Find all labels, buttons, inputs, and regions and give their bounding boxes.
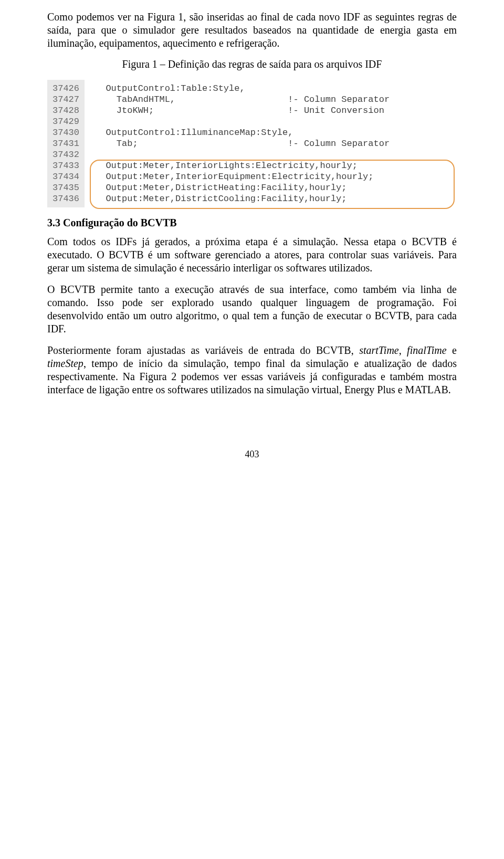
section-heading-3-3: 3.3 Configuração do BCVTB xyxy=(47,217,457,229)
code-line: Output:Meter,DistrictHeating:Facility,ho… xyxy=(95,182,457,193)
text-run: , tempo de início da simulação, tempo fi… xyxy=(47,358,457,395)
paragraph-intro: Como podemos ver na Figura 1, são inseri… xyxy=(47,11,457,50)
line-number-gutter: 37426 37427 37428 37429 37430 37431 3743… xyxy=(47,80,85,207)
paragraph-bcvtb-3: Posteriormente foram ajustadas as variáv… xyxy=(47,344,457,396)
code-line xyxy=(95,116,457,127)
page-number: 403 xyxy=(47,449,457,460)
code-line xyxy=(95,149,457,160)
line-number: 37435 xyxy=(52,182,79,193)
code-line: Tab; !- Column Separator xyxy=(95,138,457,149)
code-line: Output:Meter,InteriorEquipment:Electrici… xyxy=(95,171,457,182)
code-line: JtoKWH; !- Unit Conversion xyxy=(95,105,457,116)
paragraph-bcvtb-1: Com todos os IDFs já gerados, a próxima … xyxy=(47,235,457,275)
line-number: 37433 xyxy=(52,160,79,171)
text-run-italic: timeStep xyxy=(47,358,83,369)
line-number: 37429 xyxy=(52,116,79,127)
line-number: 37427 xyxy=(52,94,79,105)
page-content: Como podemos ver na Figura 1, são inseri… xyxy=(0,0,504,481)
figure-1-caption: Figura 1 – Definição das regras de saída… xyxy=(47,58,457,70)
line-number: 37428 xyxy=(52,105,79,116)
code-line: OutputControl:IlluminanceMap:Style, xyxy=(95,127,457,138)
text-run: e xyxy=(447,344,457,356)
code-line: Output:Meter,DistrictCooling:Facility,ho… xyxy=(95,193,457,204)
text-run: Posteriormente foram ajustadas as variáv… xyxy=(47,344,359,356)
line-number: 37434 xyxy=(52,171,79,182)
code-line: OutputControl:Table:Style, xyxy=(95,83,457,94)
code-line: Output:Meter,InteriorLights:Electricity,… xyxy=(95,160,457,171)
figure-1-code-block: 37426 37427 37428 37429 37430 37431 3743… xyxy=(47,80,457,207)
line-number: 37426 xyxy=(52,83,79,94)
line-number: 37436 xyxy=(52,193,79,204)
code-body: OutputControl:Table:Style, TabAndHTML, !… xyxy=(85,80,457,207)
paragraph-bcvtb-2: O BCVTB permite tanto a execução através… xyxy=(47,283,457,336)
line-number: 37432 xyxy=(52,149,79,160)
line-number: 37430 xyxy=(52,127,79,138)
text-run-italic: startTime, finalTime xyxy=(359,344,447,356)
code-line: TabAndHTML, !- Column Separator xyxy=(95,94,457,105)
line-number: 37431 xyxy=(52,138,79,149)
